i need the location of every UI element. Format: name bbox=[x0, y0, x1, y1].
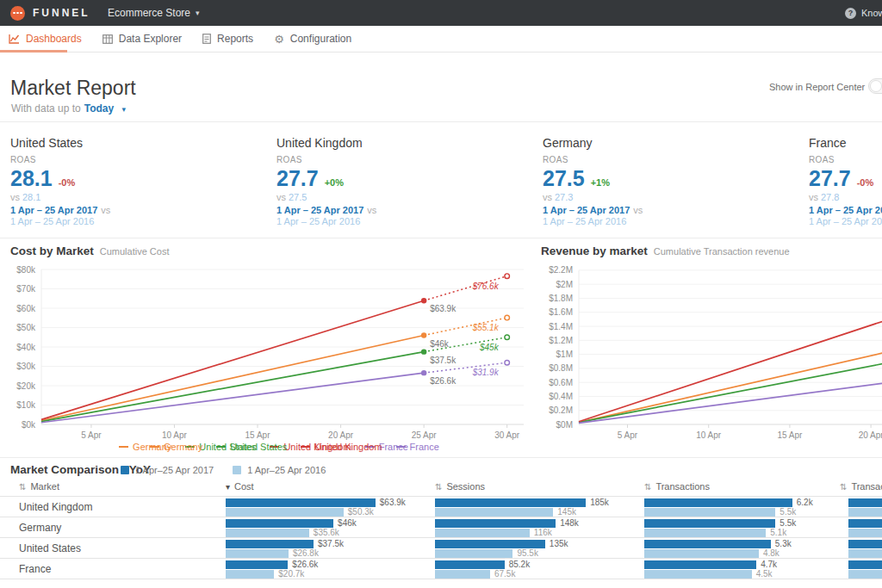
table-row[interactable]: France$26.6k$20.7k85.2k67.5k4.7k4.5k bbox=[0, 558, 882, 579]
bar-2017 bbox=[226, 560, 288, 569]
tab-data-explorer[interactable]: Data Explorer bbox=[102, 33, 182, 45]
kpi-value: 27.7 bbox=[276, 166, 319, 191]
gear-icon: ⚙ bbox=[274, 34, 284, 45]
bar-2017 bbox=[435, 498, 586, 507]
legend-item[interactable]: United Kingdom bbox=[301, 442, 382, 452]
bar-value-2017: $63.9k bbox=[380, 498, 406, 507]
legend-swatch-2017 bbox=[121, 466, 129, 474]
funnel-logo-icon bbox=[10, 6, 25, 21]
bar-value-2017: $46k bbox=[338, 519, 357, 528]
knowledge-base-link[interactable]: ? Knowledge Base bbox=[845, 0, 882, 26]
report-center-toggle[interactable] bbox=[868, 78, 882, 94]
kpi-vs-value: vs28.1 bbox=[10, 192, 269, 202]
kpi-market-name: Germany bbox=[543, 136, 801, 150]
bar-value-2016: 5.5k bbox=[780, 508, 796, 517]
kpi-market-name: France bbox=[809, 136, 882, 150]
account-switcher[interactable]: Ecommerce Store ▾ bbox=[108, 0, 200, 26]
column-header-sessions[interactable]: ⇅ Sessions bbox=[435, 481, 485, 492]
legend-dash-icon bbox=[216, 446, 226, 449]
charts-section: Cost by MarketCumulative Cost Revenue by… bbox=[0, 238, 882, 458]
line-chart-icon bbox=[9, 34, 20, 44]
legend-dash-icon bbox=[119, 446, 128, 449]
data-up-to-select[interactable]: Today bbox=[84, 102, 114, 115]
bar-2016 bbox=[644, 529, 766, 537]
tab-configuration[interactable]: ⚙ Configuration bbox=[274, 33, 351, 45]
market-cell: Germany bbox=[19, 517, 61, 538]
legend-item[interactable]: France bbox=[396, 442, 439, 452]
comparison-table-header: ⇅ Market ▾ Cost ⇅ Sessions ⇅ Transaction… bbox=[0, 479, 882, 496]
revenue-by-market-chart[interactable]: $0M$0.2M$0.4M$0.6M$0.8M$1M$1.2M$1.4M$1.6… bbox=[531, 238, 882, 458]
bar-2016 bbox=[435, 549, 512, 558]
kpi-period-current: 1 Apr – 25 Apr 2017vs bbox=[10, 205, 269, 215]
bar-2016 bbox=[226, 549, 289, 558]
svg-text:30 Apr: 30 Apr bbox=[494, 430, 520, 440]
tab-data-explorer-label: Data Explorer bbox=[119, 33, 182, 45]
kpi-period-current: 1 Apr – 25 Apr 2017vs bbox=[276, 205, 535, 215]
bar-value-2016: 145k bbox=[557, 508, 576, 517]
bar-2016 bbox=[226, 570, 274, 579]
kpi-value: 27.7 bbox=[809, 166, 851, 191]
kpi-period-previous: 1 Apr – 25 Apr 2016 bbox=[10, 216, 269, 226]
kpi-change-badge: -0% bbox=[857, 177, 874, 188]
bar-2017 bbox=[644, 540, 771, 548]
bar-value-2017: 85.2k bbox=[509, 560, 530, 569]
bar-2016 bbox=[435, 529, 530, 537]
bar-2017 bbox=[848, 540, 882, 548]
bar-2016 bbox=[226, 529, 309, 537]
kpi-card-united-states: United States ROAS 28.1-0% vs28.1 1 Apr … bbox=[10, 136, 269, 226]
column-header-cost[interactable]: ▾ Cost bbox=[226, 481, 254, 492]
kpi-card-germany: Germany ROAS 27.5+1% vs27.3 1 Apr – 25 A… bbox=[543, 136, 801, 226]
bar-value-2017: 148k bbox=[560, 519, 579, 528]
svg-text:25 Apr: 25 Apr bbox=[412, 430, 438, 440]
report-header: Market Report With data up toToday ▾ Sho… bbox=[0, 53, 882, 122]
bar-2017 bbox=[226, 540, 314, 548]
sort-desc-icon: ▾ bbox=[226, 482, 230, 492]
cost-by-market-chart[interactable]: $0k$10k$20k$30k$40k$50k$60k$70k$80k5 Apr… bbox=[0, 238, 527, 458]
svg-text:$0k: $0k bbox=[22, 420, 36, 430]
legend-label: France bbox=[410, 442, 439, 452]
market-comparison-section: Market Comparison - YoY 1 Apr–25 Apr 201… bbox=[0, 458, 882, 588]
legend-item[interactable]: United States bbox=[216, 442, 287, 452]
table-row[interactable]: Germany$46k$35.6k148k116k5.5k5.1k bbox=[0, 517, 882, 537]
svg-text:20 Apr: 20 Apr bbox=[859, 430, 882, 440]
market-cell: France bbox=[19, 559, 51, 579]
svg-text:$10k: $10k bbox=[16, 400, 36, 410]
topbar: FUNNEL Ecommerce Store ▾ ? Knowledge Bas… bbox=[0, 0, 882, 26]
bar-value-2017: 5.5k bbox=[780, 519, 796, 528]
table-row[interactable]: United States$37.5k$26.8k135k95.5k5.3k4.… bbox=[0, 537, 882, 558]
column-header-transactions[interactable]: ⇅ Transactions bbox=[644, 481, 710, 492]
tab-dashboards[interactable]: Dashboards bbox=[9, 33, 82, 45]
data-up-to: With data up toToday ▾ bbox=[11, 102, 126, 115]
column-header-transaction-revenue[interactable]: ⇅ Transaction revenue bbox=[840, 481, 882, 492]
legend-swatch-2016 bbox=[233, 466, 241, 474]
bar-2017 bbox=[848, 498, 882, 507]
bar-2016 bbox=[848, 570, 882, 579]
bar-2017 bbox=[644, 519, 775, 528]
tab-reports[interactable]: Reports bbox=[202, 33, 253, 45]
svg-text:10 Apr: 10 Apr bbox=[696, 430, 722, 440]
bar-2016 bbox=[848, 549, 882, 558]
svg-text:$30k: $30k bbox=[16, 362, 36, 371]
sort-icon: ⇅ bbox=[644, 482, 651, 492]
svg-text:$2M: $2M bbox=[556, 280, 573, 289]
bar-value-2016: 95.5k bbox=[517, 549, 537, 558]
svg-text:$46k: $46k bbox=[430, 339, 450, 349]
svg-text:10 Apr: 10 Apr bbox=[162, 430, 188, 440]
table-row[interactable]: United Kingdom$63.9k$50.3k185k145k6.2k5.… bbox=[0, 496, 882, 517]
legend-item[interactable]: Germany bbox=[150, 442, 202, 452]
kpi-metric-label: ROAS bbox=[10, 155, 269, 164]
page-title: Market Report bbox=[10, 77, 136, 100]
bar-2017 bbox=[226, 498, 376, 507]
bar-value-2016: 5.1k bbox=[770, 529, 786, 537]
bar-value-2017: 185k bbox=[590, 498, 609, 507]
kpi-value: 28.1 bbox=[10, 166, 53, 191]
bar-value-2016: $20.7k bbox=[278, 570, 304, 579]
column-header-market[interactable]: ⇅ Market bbox=[19, 481, 59, 492]
svg-text:$76.6k: $76.6k bbox=[472, 282, 500, 291]
bar-value-2016: $50.3k bbox=[348, 508, 374, 517]
comparison-table-rows: United Kingdom$63.9k$50.3k185k145k6.2k5.… bbox=[0, 496, 882, 579]
legend-dash-icon bbox=[150, 446, 159, 449]
kpi-period-previous: 1 Apr – 25 Apr 2016 bbox=[543, 216, 801, 226]
kpi-value: 27.5 bbox=[543, 166, 585, 191]
bar-value-2016: $35.6k bbox=[314, 529, 339, 537]
